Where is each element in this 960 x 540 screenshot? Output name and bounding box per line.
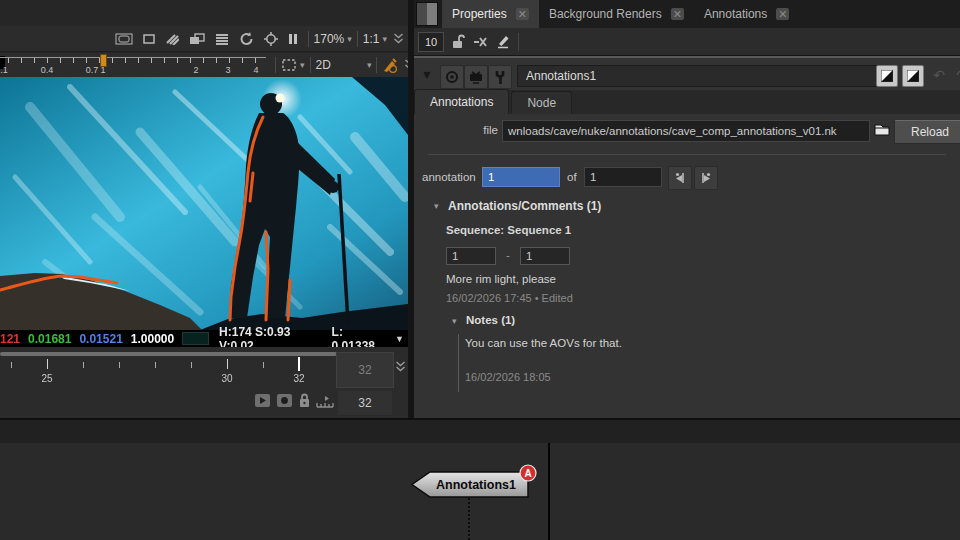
- wrench-icon[interactable]: [488, 65, 512, 89]
- green-value: 0.01681: [28, 332, 71, 346]
- lock-icon[interactable]: [298, 393, 311, 408]
- viewer-toolbar: 170% ▾ 1:1 ▾: [0, 26, 408, 52]
- viewer-gain-toolbar: .1 0.4 0.7 1 2 3 4 ▾ 2D ▾: [0, 53, 408, 78]
- chevron-down-icon[interactable]: ▾: [367, 60, 372, 70]
- file-label: file: [454, 124, 498, 136]
- redo-icon[interactable]: ↷: [951, 65, 960, 85]
- monitor-icon[interactable]: [464, 65, 488, 89]
- comment-text: More rim light, please: [446, 273, 556, 285]
- blue-value: 0.01521: [79, 332, 122, 346]
- note-indent-line: [458, 334, 459, 392]
- reload-button[interactable]: Reload: [894, 120, 960, 144]
- disclosure-triangle-icon[interactable]: ▾: [452, 316, 457, 326]
- node-graph[interactable]: Annotations1 A: [0, 443, 960, 540]
- toolbar-divider: [275, 57, 276, 73]
- tab-background-renders[interactable]: Background Renders ✕: [539, 0, 694, 28]
- view-mode-dropdown[interactable]: 2D: [316, 58, 331, 72]
- gain-tick-label: 0.7: [86, 65, 99, 75]
- record-icon[interactable]: [276, 393, 293, 408]
- pixel-info-bar: 121 0.01681 0.01521 1.00000 H:174 S:0.93…: [0, 330, 408, 347]
- annotations-node[interactable]: Annotations1 A: [406, 463, 542, 503]
- prev-annotation-icon[interactable]: [668, 166, 692, 190]
- gain-tick-label: 2: [193, 65, 198, 75]
- range-start-input[interactable]: 1: [446, 247, 496, 265]
- format-overlay-icon[interactable]: [143, 34, 155, 44]
- color-swatch-button[interactable]: [902, 65, 924, 87]
- notes-section-header[interactable]: Notes (1): [466, 314, 515, 326]
- file-input[interactable]: wnloads/cave/nuke/annotations/cave_comp_…: [502, 120, 870, 142]
- gain-slider[interactable]: .1 0.4 0.7 1 2 3 4: [0, 56, 266, 76]
- timeline-scrollbar[interactable]: [0, 352, 337, 356]
- folder-icon[interactable]: [874, 122, 890, 137]
- frame-field[interactable]: 32: [338, 391, 392, 415]
- unlock-panels-icon[interactable]: [452, 34, 465, 49]
- sequence-header: Sequence: Sequence 1: [446, 224, 571, 236]
- color-swatch-button[interactable]: [876, 65, 898, 87]
- tab-node-node[interactable]: Node: [511, 91, 572, 114]
- range-separator: -: [506, 249, 510, 261]
- roi-select-icon[interactable]: [281, 58, 297, 72]
- tab-properties[interactable]: Properties ✕: [442, 0, 539, 28]
- timeline-tick-label: 32: [293, 373, 304, 384]
- close-icon[interactable]: ✕: [776, 8, 789, 20]
- annotation-current-input[interactable]: 1: [482, 167, 560, 187]
- alpha-value: 1.00000: [131, 332, 174, 346]
- playhead[interactable]: [298, 357, 300, 371]
- tab-annotations[interactable]: Annotations ✕: [694, 0, 800, 28]
- overlay-warning-icon[interactable]: [382, 58, 398, 73]
- gate-display-icon[interactable]: [115, 33, 133, 45]
- panel-count-field[interactable]: 10: [418, 32, 444, 52]
- close-icon[interactable]: ✕: [671, 8, 684, 20]
- disclosure-triangle-icon[interactable]: ▾: [434, 201, 439, 211]
- chevron-down-icon[interactable]: ▾: [347, 34, 352, 44]
- pause-icon[interactable]: [288, 33, 298, 45]
- layer-stack-icon[interactable]: [215, 33, 229, 45]
- toolbar-divider: [310, 57, 311, 73]
- frame-range-icon[interactable]: [316, 394, 334, 408]
- tab-label: Background Renders: [549, 7, 662, 21]
- properties-pane: Properties ✕ Background Renders ✕ Annota…: [414, 0, 960, 418]
- close-icon[interactable]: ✕: [516, 8, 529, 20]
- gain-tick-label: .1: [0, 65, 8, 75]
- viewer-image[interactable]: [0, 77, 408, 330]
- roi-icon[interactable]: [264, 32, 278, 46]
- info-dropdown-icon[interactable]: ▼: [395, 334, 404, 344]
- timeline[interactable]: 25 30 32 32 32: [0, 347, 408, 418]
- timeline-tick-label: 30: [221, 373, 232, 384]
- timeline-ticks: [11, 362, 311, 368]
- pane-menu-icon[interactable]: [416, 2, 438, 26]
- toolbar-divider: [376, 57, 377, 73]
- red-value: 121: [0, 332, 20, 346]
- annotation-label: annotation: [422, 171, 476, 183]
- gain-tick-label: 0.4: [41, 65, 54, 75]
- node-color-icon[interactable]: [440, 65, 464, 89]
- undo-icon[interactable]: ↶: [928, 65, 950, 85]
- pencil-icon[interactable]: [496, 34, 510, 49]
- aspect-dropdown[interactable]: 1:1: [363, 32, 380, 46]
- collapse-timeline-icon[interactable]: [395, 361, 406, 373]
- annotation-total-input[interactable]: 1: [584, 167, 662, 187]
- node-dotted-connection: [468, 498, 470, 540]
- zoom-level-dropdown[interactable]: 170%: [314, 32, 345, 46]
- nuke-window: 170% ▾ 1:1 ▾ .1 0.4 0.7 1 2 3 4: [0, 0, 960, 540]
- range-end-input[interactable]: 1: [520, 247, 570, 265]
- input-process-icon[interactable]: [189, 33, 205, 45]
- color-swatch: [182, 332, 209, 345]
- node-name-input[interactable]: Annotations1: [517, 65, 879, 87]
- collapse-panel-icon[interactable]: ▼: [422, 69, 432, 80]
- of-label: of: [567, 171, 577, 183]
- tab-node-annotations[interactable]: Annotations: [414, 89, 509, 114]
- node-properties-panel: ▼ Annotations1 ↶ ↷ Annotations Node file…: [414, 56, 960, 418]
- pane-tab-bar: Properties ✕ Background Renders ✕ Annota…: [414, 0, 960, 28]
- next-annotation-icon[interactable]: [694, 166, 718, 190]
- clear-panels-icon[interactable]: [473, 36, 488, 48]
- play-icon[interactable]: [254, 393, 271, 408]
- comments-section-header[interactable]: Annotations/Comments (1): [448, 199, 601, 213]
- refresh-icon[interactable]: [239, 32, 254, 46]
- chevron-down-icon[interactable]: ▾: [300, 60, 305, 70]
- collapse-toolbar-icon[interactable]: [393, 33, 404, 45]
- chevron-down-icon[interactable]: ▾: [382, 34, 387, 44]
- checkerboard-icon[interactable]: [165, 33, 179, 45]
- node-label: Annotations1: [436, 478, 516, 492]
- note-meta: 16/02/2026 18:05: [465, 371, 551, 383]
